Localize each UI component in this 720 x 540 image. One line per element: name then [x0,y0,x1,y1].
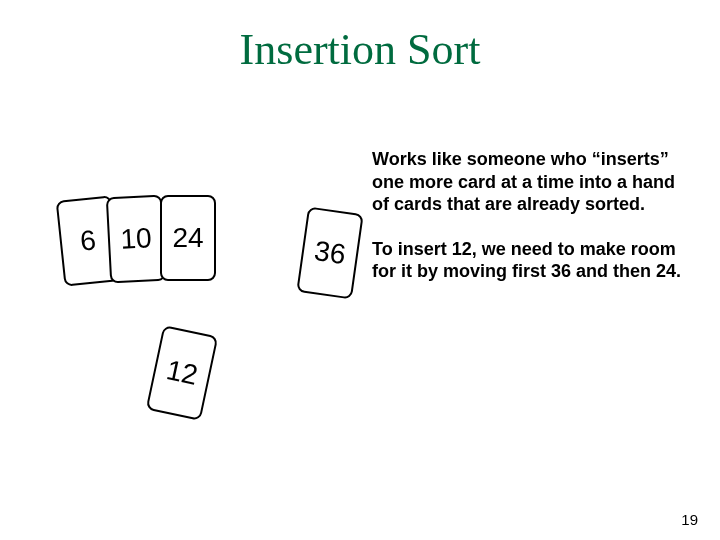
body-text: Works like someone who “inserts” one mor… [372,148,692,283]
slide: Insertion Sort 6 10 24 36 12 Works like … [0,0,720,540]
card-sorted-3: 24 [160,195,216,281]
page-number: 19 [681,511,698,528]
card-sorted-2: 10 [106,195,166,284]
card-inserting-12: 12 [146,325,219,421]
card-moved-36: 36 [296,207,363,300]
paragraph-1: Works like someone who “inserts” one mor… [372,148,692,216]
page-title: Insertion Sort [0,24,720,75]
paragraph-2: To insert 12, we need to make room for i… [372,238,692,283]
